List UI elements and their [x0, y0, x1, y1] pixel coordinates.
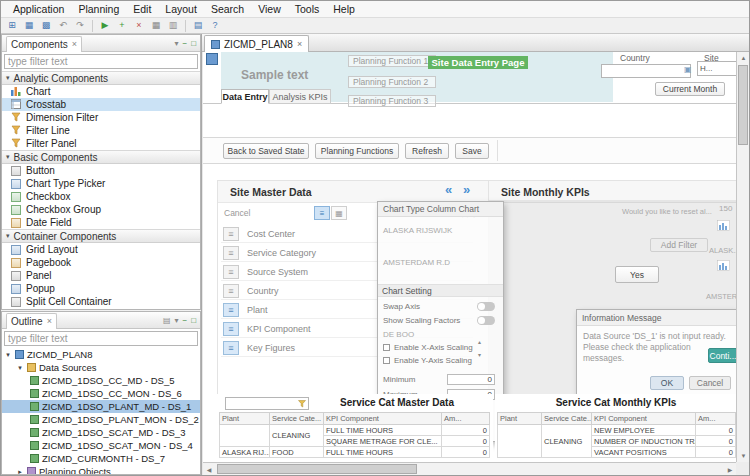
cell-amount[interactable]: 0: [696, 436, 736, 447]
cell-amount[interactable]: 0: [442, 436, 490, 447]
enable-y-axis-checkbox[interactable]: [383, 357, 390, 364]
spinner-down-icon[interactable]: ▾: [478, 352, 481, 359]
component-item-checkbox-group[interactable]: Checkbox Group: [2, 203, 200, 216]
drag-handle-icon[interactable]: ≡: [223, 341, 239, 355]
execute-icon[interactable]: ▶: [98, 19, 112, 32]
planning-functions-button[interactable]: Planning Functions: [315, 143, 399, 159]
menu-application[interactable]: Application: [7, 2, 70, 16]
close-icon[interactable]: ×: [47, 316, 52, 326]
component-item-panel[interactable]: Panel: [2, 269, 200, 282]
enable-x-axis-checkbox[interactable]: [383, 344, 390, 351]
new-application-icon[interactable]: ⊞: [5, 19, 19, 32]
scroll-right-icon[interactable]: ▶: [724, 463, 736, 475]
chart-icon[interactable]: ▥: [166, 19, 180, 32]
component-item-crosstab[interactable]: Crosstab: [2, 98, 200, 111]
tab-data-entry[interactable]: Data Entry: [221, 89, 269, 104]
cell-plant[interactable]: [220, 425, 270, 447]
scroll-up-icon[interactable]: ▲: [737, 52, 750, 64]
tree-node-ds4[interactable]: ZICMD_1DSO_SCAT_MON - DS_4: [2, 439, 200, 452]
back-to-saved-state-button[interactable]: Back to Saved State: [223, 143, 309, 159]
menu-layout[interactable]: Layout: [159, 2, 203, 16]
tree-node-ds6[interactable]: ZICMD_1DSO_CC_MON - DS_6: [2, 387, 200, 400]
component-item-popup[interactable]: Popup: [2, 282, 200, 295]
country-input[interactable]: [601, 64, 691, 78]
cell-plant[interactable]: [498, 425, 542, 458]
drag-handle-icon[interactable]: ≡: [223, 322, 239, 336]
cell-amount[interactable]: 0: [442, 425, 490, 436]
component-item-checkbox[interactable]: Checkbox: [2, 190, 200, 203]
group-basic-components[interactable]: ▾ Basic Components: [2, 150, 200, 164]
expander-icon[interactable]: ▾: [4, 351, 12, 359]
swap-axis-toggle[interactable]: [477, 302, 495, 311]
group-analytic-components[interactable]: ▾ Analytic Components: [2, 71, 200, 85]
filter-cancel-button[interactable]: Cancel: [224, 208, 250, 218]
drag-handle-icon[interactable]: ≡: [223, 303, 239, 317]
outline-panel-tab[interactable]: Outline ×: [6, 313, 57, 329]
cell-amount[interactable]: 0: [696, 447, 736, 458]
scrollbar-thumb[interactable]: [217, 464, 417, 474]
tree-node-ds1-selected[interactable]: ZICMD_1DSO_PLANT_MD - DS_1: [2, 400, 200, 413]
cancel-button[interactable]: Cancel: [689, 376, 731, 390]
site-input[interactable]: H...: [697, 61, 736, 76]
cell-amount[interactable]: 0: [442, 447, 490, 458]
list-view-toggle[interactable]: ≡: [314, 206, 330, 220]
cell-service-category[interactable]: CLEANING: [270, 425, 324, 447]
drag-handle-icon[interactable]: ≡: [223, 284, 239, 298]
value-help-icon[interactable]: ▣: [684, 65, 692, 74]
component-item-filter-panel[interactable]: Filter Panel: [2, 137, 200, 150]
cell-plant[interactable]: ALASKA RIJ...: [220, 447, 270, 458]
cell-kpi-component[interactable]: NUMBER OF INDUCTION TRA...: [592, 436, 696, 447]
component-item-pagebook[interactable]: Pagebook: [2, 256, 200, 269]
minimize-icon[interactable]: −: [182, 316, 187, 325]
save-icon[interactable]: ▦: [22, 19, 36, 32]
vertical-scrollbar[interactable]: ▲ ▼: [736, 52, 749, 462]
refresh-button[interactable]: Refresh: [405, 143, 449, 159]
menu-edit[interactable]: Edit: [127, 2, 157, 16]
component-item-split-cell-container[interactable]: Split Cell Container: [2, 295, 200, 308]
view-menu-icon[interactable]: ▾: [174, 39, 178, 48]
add-component-icon[interactable]: +: [115, 19, 129, 32]
drag-handle-icon[interactable]: ≡: [223, 265, 239, 279]
expand-panel-icon[interactable]: »: [463, 182, 470, 197]
cell-amount[interactable]: 0: [696, 425, 736, 436]
save-all-icon[interactable]: ▩: [39, 19, 53, 32]
table-filter-input[interactable]: [225, 397, 309, 410]
tab-analysis-kpis[interactable]: Analysis KPIs: [269, 89, 331, 104]
menu-view[interactable]: View: [252, 2, 287, 16]
help-icon[interactable]: ?: [208, 19, 222, 32]
component-item-date-field[interactable]: Date Field: [2, 216, 200, 229]
component-item-chart[interactable]: Chart: [2, 85, 200, 98]
grid-icon[interactable]: ▦: [149, 19, 163, 32]
undo-icon[interactable]: ↶: [56, 19, 70, 32]
spinner-up-icon[interactable]: ▴: [478, 339, 481, 346]
settings-icon[interactable]: ▤: [191, 19, 205, 32]
delete-icon[interactable]: ×: [132, 19, 146, 32]
view-menu-icon[interactable]: ▾: [174, 316, 178, 325]
scroll-down-icon[interactable]: ▼: [737, 450, 750, 462]
cell-kpi-component[interactable]: SQUARE METRAGE FOR CLE...: [324, 436, 442, 447]
group-container-components[interactable]: ▾ Container Components: [2, 229, 200, 243]
tree-node-data-sources[interactable]: ▾ Data Sources: [2, 361, 200, 374]
planning-function-3-box[interactable]: Planning Function 3: [348, 95, 436, 107]
outline-filter-input[interactable]: [4, 331, 198, 346]
continue-button[interactable]: Conti...: [708, 348, 736, 363]
maximize-icon[interactable]: □: [191, 39, 196, 48]
menu-search[interactable]: Search: [205, 2, 250, 16]
add-filter-button[interactable]: Add Filter: [650, 238, 708, 252]
maximize-icon[interactable]: □: [191, 316, 196, 325]
show-scaling-toggle[interactable]: [477, 316, 495, 325]
drag-handle-icon[interactable]: ≡: [223, 246, 239, 260]
cell-kpi-component[interactable]: NEW EMPLOYEE: [592, 425, 696, 436]
cell-service-category[interactable]: CLEANING: [542, 425, 592, 458]
minimum-input[interactable]: 0: [447, 374, 495, 385]
component-item-grid-layout[interactable]: Grid Layout: [2, 243, 200, 256]
collapse-all-icon[interactable]: ▤: [163, 316, 171, 325]
ok-button[interactable]: OK: [650, 376, 684, 390]
component-item-dimension-filter[interactable]: Dimension Filter: [2, 111, 200, 124]
yes-button[interactable]: Yes: [615, 266, 659, 283]
menu-tools[interactable]: Tools: [289, 2, 326, 16]
component-item-chart-type-picker[interactable]: Chart Type Picker: [2, 177, 200, 190]
cell-kpi-component[interactable]: FULL TIME HOURS: [324, 425, 442, 436]
grid-view-toggle[interactable]: ▦: [331, 206, 347, 220]
current-month-button[interactable]: Current Month: [655, 82, 725, 96]
